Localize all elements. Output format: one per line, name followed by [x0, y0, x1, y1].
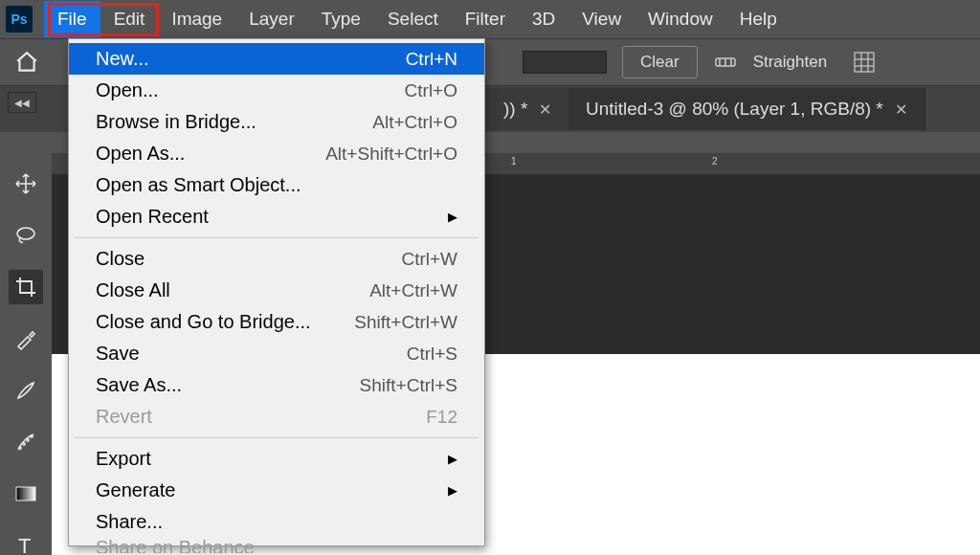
document-tab-label: Untitled-3 @ 80% (Layer 1, RGB/8) * [586, 99, 883, 120]
grid-icon[interactable] [852, 50, 877, 75]
home-icon[interactable] [11, 47, 42, 78]
menu-shortcut: Alt+Shift+Ctrl+O [325, 144, 457, 165]
menu-item-label: Save As... [96, 374, 182, 396]
menu-shortcut: Shift+Ctrl+S [360, 375, 457, 396]
menu-item-new[interactable]: New... Ctrl+N [69, 43, 484, 75]
menu-view[interactable]: View [568, 1, 635, 37]
eyedropper-tool-icon[interactable] [9, 322, 43, 356]
menu-item-label: Share on Behance [96, 538, 255, 553]
submenu-arrow-icon: ▶ [448, 210, 457, 224]
menu-shortcut: Alt+Ctrl+W [369, 280, 457, 301]
ruler-tick: 2 [712, 156, 718, 166]
svg-point-11 [23, 443, 25, 445]
menu-item-label: Generate [96, 479, 175, 501]
menu-item-generate[interactable]: Generate ▶ [69, 475, 484, 506]
menu-edit[interactable]: Edit [100, 1, 159, 37]
menu-shortcut: Ctrl+N [406, 49, 457, 70]
menu-item-share-behance: Share on Behance [69, 538, 484, 553]
svg-text:T: T [18, 534, 31, 555]
menu-shortcut: Ctrl+S [407, 344, 457, 365]
submenu-arrow-icon: ▶ [448, 483, 457, 498]
menu-item-label: Close [96, 248, 145, 270]
menu-help[interactable]: Help [726, 1, 791, 37]
close-icon[interactable]: ✕ [895, 100, 907, 119]
straighten-label: Straighten [753, 53, 828, 72]
menu-item-close-go-bridge[interactable]: Close and Go to Bridge... Shift+Ctrl+W [69, 306, 484, 338]
menu-file[interactable]: File [44, 1, 100, 37]
menu-item-open-as[interactable]: Open As... Alt+Shift+Ctrl+O [69, 138, 484, 169]
menu-item-label: Save [96, 343, 140, 365]
menu-shortcut: Ctrl+O [405, 80, 457, 101]
menu-item-label: Browse in Bridge... [96, 111, 256, 133]
menu-separator [75, 237, 479, 238]
menu-item-save[interactable]: Save Ctrl+S [69, 338, 484, 369]
menu-item-label: Share... [96, 511, 163, 533]
document-tab[interactable]: Untitled-3 @ 80% (Layer 1, RGB/8) * ✕ [568, 88, 925, 130]
menu-item-label: Open As... [96, 143, 185, 165]
menu-item-open-smart-object[interactable]: Open as Smart Object... [69, 169, 484, 201]
move-tool-icon[interactable] [9, 166, 43, 201]
menu-layer[interactable]: Layer [235, 1, 308, 37]
menu-select[interactable]: Select [374, 1, 452, 37]
menu-item-close[interactable]: Close Ctrl+W [69, 243, 484, 275]
tools-panel: T [0, 145, 52, 555]
menu-filter[interactable]: Filter [452, 1, 519, 37]
menu-type[interactable]: Type [308, 1, 374, 37]
menu-image[interactable]: Image [158, 1, 235, 37]
close-icon[interactable]: ✕ [539, 100, 551, 119]
menu-item-label: Open Recent [96, 206, 209, 228]
menu-window[interactable]: Window [635, 1, 726, 37]
menu-item-label: Close and Go to Bridge... [96, 311, 311, 333]
brush-tool-icon[interactable] [9, 373, 43, 408]
svg-point-13 [31, 435, 33, 437]
menu-item-label: Close All [96, 279, 170, 301]
menu-shortcut: F12 [426, 407, 457, 428]
svg-rect-4 [855, 53, 874, 72]
svg-point-12 [27, 439, 29, 441]
healing-brush-tool-icon[interactable] [9, 425, 43, 459]
menu-item-label: Open as Smart Object... [96, 174, 301, 196]
menu-shortcut: Ctrl+W [401, 249, 457, 270]
lasso-tool-icon[interactable] [9, 218, 43, 253]
type-tool-icon[interactable]: T [9, 528, 43, 555]
menu-item-close-all[interactable]: Close All Alt+Ctrl+W [69, 275, 484, 306]
menu-shortcut: Shift+Ctrl+W [354, 312, 457, 333]
menu-item-label: New... [96, 48, 149, 70]
svg-point-9 [17, 228, 34, 239]
ruler-tick: 1 [511, 156, 517, 166]
menu-shortcut: Alt+Ctrl+O [372, 112, 457, 133]
menu-item-open-recent[interactable]: Open Recent ▶ [69, 201, 484, 233]
crop-tool-icon[interactable] [9, 270, 43, 304]
straighten-icon[interactable] [713, 50, 738, 75]
document-tab[interactable]: )) * ✕ [486, 88, 569, 130]
menu-item-browse-bridge[interactable]: Browse in Bridge... Alt+Ctrl+O [69, 106, 484, 138]
menu-item-save-as[interactable]: Save As... Shift+Ctrl+S [69, 369, 484, 401]
expand-panels-icon[interactable]: ◀◀ [8, 92, 36, 113]
submenu-arrow-icon: ▶ [448, 452, 457, 466]
menu-item-share[interactable]: Share... [69, 506, 484, 538]
menu-item-label: Export [96, 448, 151, 470]
document-tab-label: )) * [503, 99, 527, 120]
menu-item-label: Revert [96, 406, 152, 428]
menu-bar: Ps File Edit Image Layer Type Select Fil… [0, 0, 980, 38]
svg-point-10 [19, 447, 21, 449]
menu-3d[interactable]: 3D [519, 1, 568, 37]
menu-item-revert: Revert F12 [69, 401, 484, 433]
menu-item-export[interactable]: Export ▶ [69, 443, 484, 475]
menu-item-open[interactable]: Open... Ctrl+O [69, 75, 484, 106]
angle-input[interactable] [523, 51, 607, 74]
svg-rect-14 [16, 487, 35, 500]
gradient-tool-icon[interactable] [9, 477, 43, 511]
app-icon: Ps [6, 6, 33, 33]
file-menu-dropdown: New... Ctrl+N Open... Ctrl+O Browse in B… [68, 38, 485, 546]
clear-button[interactable]: Clear [622, 46, 698, 78]
menu-separator [75, 437, 479, 438]
menu-item-label: Open... [96, 79, 159, 101]
